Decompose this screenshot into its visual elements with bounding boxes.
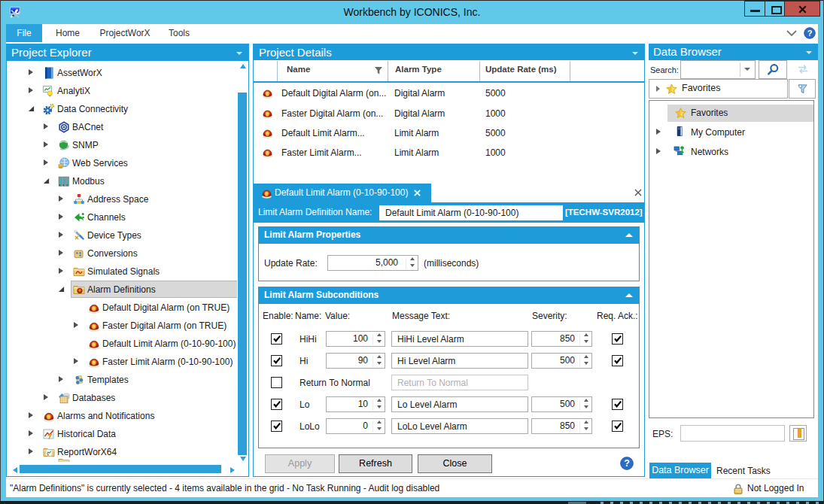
svg-text:?: ?	[807, 29, 813, 38]
svg-text:?: ?	[624, 458, 630, 469]
